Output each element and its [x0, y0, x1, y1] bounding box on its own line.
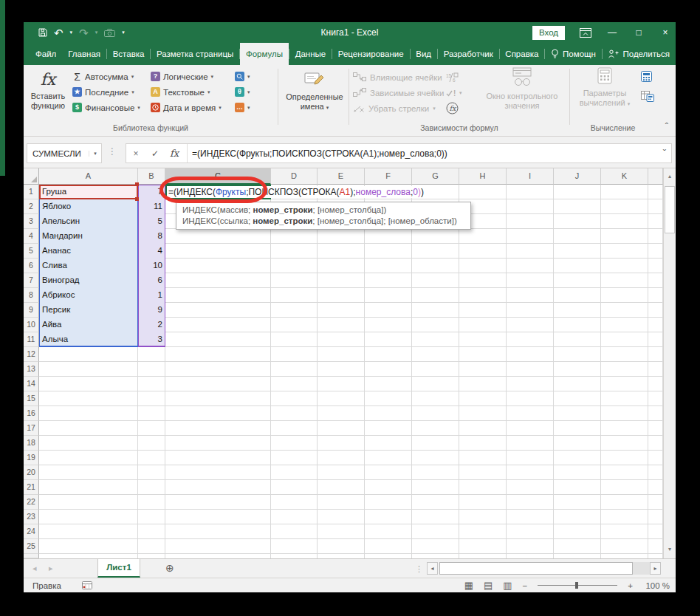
ribbon-tab-5[interactable]: Данные	[289, 43, 332, 65]
row-header-1[interactable]: 1	[24, 185, 39, 199]
insert-function-button[interactable]: fx Вставить функцию	[27, 67, 69, 132]
zoom-in-icon[interactable]: +	[628, 581, 633, 590]
evaluate-formula-icon[interactable]: fx	[446, 100, 462, 116]
calculate-now-icon[interactable]	[641, 71, 654, 83]
ribbon-tab-4[interactable]: Формулы	[240, 43, 289, 65]
cancel-button[interactable]: ×	[126, 148, 145, 159]
ribbon-display-options-icon[interactable]	[580, 28, 591, 38]
row-header-2[interactable]: 2	[24, 199, 39, 214]
cell-B3[interactable]: 5	[138, 214, 165, 229]
row-header-9[interactable]: 9	[24, 303, 39, 318]
cell-B7[interactable]: 6	[138, 273, 165, 288]
ribbon-tab-9[interactable]: Справка	[499, 43, 544, 65]
row-header-20[interactable]: 20	[24, 465, 39, 480]
row-header-6[interactable]: 6	[24, 259, 39, 273]
name-box[interactable]: СУММЕСЛИ ▾	[27, 143, 102, 163]
row-header-3[interactable]: 3	[24, 214, 39, 229]
cell-A10[interactable]: Айва	[39, 318, 138, 332]
row-header-25[interactable]: 25	[24, 539, 39, 554]
normal-view-icon[interactable]: ▦	[464, 580, 473, 591]
row-header-16[interactable]: 16	[24, 406, 39, 421]
column-header-B[interactable]: B	[138, 168, 165, 185]
cell-B11[interactable]: 3	[138, 332, 165, 347]
sign-in-button[interactable]: Вход	[532, 26, 565, 40]
row-header-22[interactable]: 22	[24, 495, 39, 510]
next-sheet-icon[interactable]: ▸	[49, 564, 53, 573]
library-item-Текстовые[interactable]: AТекстовые▾	[151, 84, 222, 100]
add-sheet-icon[interactable]: ⊕	[165, 562, 174, 574]
page-layout-view-icon[interactable]: ▤	[484, 580, 493, 591]
row-header-14[interactable]: 14	[24, 377, 39, 391]
row-header-17[interactable]: 17	[24, 421, 39, 436]
cell-A3[interactable]: Апельсин	[39, 214, 138, 229]
cell-A1[interactable]: Груша	[39, 185, 138, 199]
insert-function-fx-button[interactable]: fx	[165, 148, 184, 159]
zoom-out-icon[interactable]: −	[523, 581, 528, 590]
formula-input[interactable]: =(ИНДЕКС(Фрукты;ПОИСКПОЗ(СТРОКА(A1);номе…	[192, 148, 658, 159]
library-item-Автосумма[interactable]: ΣАвтосумма▾	[72, 69, 140, 84]
row-header-5[interactable]: 5	[24, 244, 39, 259]
prev-sheet-icon[interactable]: ◂	[32, 564, 37, 573]
ribbon-tab-10[interactable]: Помощн	[545, 43, 602, 65]
cell-A7[interactable]: Виноград	[39, 273, 138, 288]
macro-record-icon[interactable]	[82, 581, 92, 591]
cell-B6[interactable]: 10	[138, 259, 165, 273]
column-header-J[interactable]: J	[554, 168, 601, 185]
ribbon-tab-2[interactable]: Вставка	[107, 43, 151, 65]
math-trig-button[interactable]: θ▾	[235, 84, 250, 100]
cell-B9[interactable]: 9	[138, 303, 165, 318]
row-header-19[interactable]: 19	[24, 451, 39, 465]
collapse-ribbon-icon[interactable]: ˆ	[665, 121, 668, 132]
column-header-E[interactable]: E	[318, 168, 365, 185]
cell-A11[interactable]: Алыча	[39, 332, 138, 347]
minimize-button[interactable]: —	[606, 27, 618, 38]
cell-A9[interactable]: Персик	[39, 303, 138, 318]
row-header-23[interactable]: 23	[24, 510, 39, 524]
row-header-24[interactable]: 24	[24, 524, 39, 539]
column-header-D[interactable]: D	[271, 168, 318, 185]
scroll-left-icon[interactable]: ◂	[427, 562, 438, 575]
scroll-down-icon[interactable]: ▾	[664, 542, 676, 557]
ribbon-tab-1[interactable]: Главная	[62, 43, 106, 65]
cell-A4[interactable]: Мандарин	[39, 229, 138, 244]
ribbon-tab-7[interactable]: Вид	[410, 43, 437, 65]
vertical-scrollbar-thumb[interactable]	[665, 186, 675, 233]
zoom-slider[interactable]	[538, 582, 617, 589]
library-item-Дата и время[interactable]: Дата и время▾	[151, 100, 222, 115]
row-header-12[interactable]: 12	[24, 347, 39, 362]
library-item-Финансовые[interactable]: $Финансовые▾	[72, 100, 140, 115]
ribbon-tab-11[interactable]: Поделиться	[602, 43, 676, 65]
zoom-percent-label[interactable]: 100 %	[643, 581, 670, 590]
cell-A8[interactable]: Абрикос	[39, 288, 138, 303]
ribbon-tab-0[interactable]: Файл	[30, 43, 62, 65]
maximize-button[interactable]: □	[633, 27, 645, 38]
library-item-Последние[interactable]: ★Последние▾	[72, 84, 140, 100]
column-header-H[interactable]: H	[459, 168, 507, 185]
row-header-18[interactable]: 18	[24, 436, 39, 451]
row-header-4[interactable]: 4	[24, 229, 39, 244]
name-box-caret-icon[interactable]: ▾	[89, 151, 101, 157]
column-header-I[interactable]: I	[507, 168, 554, 185]
cell-A2[interactable]: Яблоко	[39, 199, 138, 214]
row-header-10[interactable]: 10	[24, 318, 39, 332]
horizontal-scrollbar-thumb[interactable]	[439, 562, 633, 575]
column-header-G[interactable]: G	[412, 168, 459, 185]
row-header-7[interactable]: 7	[24, 273, 39, 288]
cell-B4[interactable]: 8	[138, 229, 165, 244]
row-header-15[interactable]: 15	[24, 391, 39, 406]
row-header-21[interactable]: 21	[24, 480, 39, 495]
row-header-11[interactable]: 11	[24, 332, 39, 347]
row-header-8[interactable]: 8	[24, 288, 39, 303]
cell-B8[interactable]: 1	[138, 288, 165, 303]
sheet-tab-list1[interactable]: Лист1	[97, 559, 140, 578]
enter-button[interactable]: ✓	[145, 148, 165, 159]
page-break-view-icon[interactable]: ▥	[503, 580, 512, 591]
cell-B10[interactable]: 2	[138, 318, 165, 332]
customize-qat-icon[interactable]: ▾	[122, 30, 125, 35]
row-header-13[interactable]: 13	[24, 362, 39, 377]
vertical-scrollbar[interactable]: ▴ ▾	[663, 168, 676, 558]
ribbon-tab-8[interactable]: Разработчик	[438, 43, 499, 65]
column-header-A[interactable]: A	[39, 168, 138, 185]
undo-icon[interactable]: ↶	[54, 27, 64, 38]
cell-formula-text[interactable]: =(ИНДЕКС(Фрукты;ПОИСКПОЗ(СТРОКА(A1);номе…	[168, 186, 427, 198]
